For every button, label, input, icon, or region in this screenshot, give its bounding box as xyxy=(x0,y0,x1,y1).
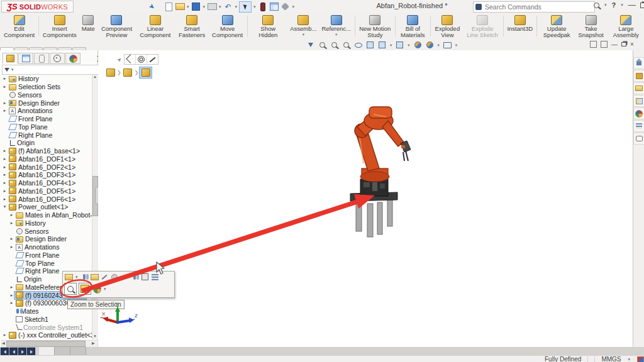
open-part-icon[interactable] xyxy=(65,273,73,281)
appearances-scenes-icon[interactable] xyxy=(633,107,644,119)
tree-item-history-sub[interactable]: History xyxy=(0,219,92,228)
expand-arrow-icon[interactable] xyxy=(2,197,8,202)
tree-item-sensors-sub[interactable]: Sensors xyxy=(0,227,92,235)
expand-arrow-icon[interactable] xyxy=(9,244,14,250)
solidworks-logo[interactable]: ƷS SOLIDWORKS xyxy=(1,1,74,13)
tree-item-abfan16-dof2[interactable]: Abfan16_DOF2<1> xyxy=(0,163,92,171)
expand-arrow-icon[interactable] xyxy=(9,236,14,241)
design-library-icon[interactable] xyxy=(633,82,644,94)
zoom-to-selection-icon[interactable] xyxy=(64,283,77,295)
viewport-restore-icon[interactable] xyxy=(621,42,626,47)
tree-item-design-binder-sub[interactable]: Design Binder xyxy=(0,235,92,243)
expand-arrow-icon[interactable] xyxy=(2,172,8,177)
open-part-caret-icon[interactable]: ▾ xyxy=(75,275,78,280)
tree-item-abfan16-base[interactable]: (f) Abfan16_base<1> xyxy=(0,147,92,155)
tree-filter-bar[interactable]: ▾ xyxy=(2,65,100,75)
tree-item-mates-in-assembly[interactable]: Mates in Abfan_Robot-finished xyxy=(0,211,92,219)
breadcrumb-item-assembly[interactable] xyxy=(104,67,116,78)
zoom-in-out-icon[interactable] xyxy=(342,41,350,49)
breadcrumb-item-selected-component[interactable] xyxy=(139,67,152,79)
search-scope-icon[interactable] xyxy=(475,4,482,10)
file-explorer-icon[interactable] xyxy=(633,95,644,107)
tree-item-power-outlet[interactable]: Power_outlet<1> xyxy=(0,203,92,211)
pane-split-icon[interactable] xyxy=(590,41,597,48)
expand-arrow-icon[interactable] xyxy=(2,148,8,153)
material-wheel-icon[interactable] xyxy=(93,285,101,293)
appearances-icon[interactable] xyxy=(79,283,91,295)
tree-item-abfan16-dof5[interactable]: Abfan16_DOF5<1> xyxy=(0,187,92,195)
edit-appearance-icon[interactable] xyxy=(414,41,422,49)
expand-arrow-icon[interactable] xyxy=(9,300,14,305)
update-speedpak-button[interactable]: Update Speedpak ▾ xyxy=(538,13,575,39)
tree-item-top-plane[interactable]: Top Plane xyxy=(0,123,92,131)
fix-float-icon[interactable]: ↕ xyxy=(121,273,129,281)
tag-icon[interactable] xyxy=(637,356,644,362)
menu-file[interactable] xyxy=(76,6,86,8)
expand-arrow-icon[interactable] xyxy=(2,108,8,113)
undo-icon[interactable]: ↶ xyxy=(223,2,233,12)
linear-component-pattern-button[interactable]: Linear Component Pattern ▾ xyxy=(136,13,174,39)
menu-window[interactable] xyxy=(126,6,136,8)
menu-edit[interactable] xyxy=(86,6,96,8)
hide-show-caret-icon[interactable]: ▾ xyxy=(408,43,409,48)
ribbon-separator[interactable]: ▾ xyxy=(355,16,355,36)
options-gear-icon[interactable] xyxy=(280,2,291,12)
scroll-down-icon[interactable]: ▼ xyxy=(92,334,97,338)
ribbon-caret-icon[interactable]: ▾ xyxy=(303,33,304,36)
tree-item-coordinate-system1[interactable]: Coordinate System1 xyxy=(0,323,92,331)
save-caret-icon[interactable]: ▾ xyxy=(203,4,206,9)
home-icon[interactable] xyxy=(633,57,644,69)
ribbon-separator[interactable]: ▾ xyxy=(395,16,396,36)
expand-arrow-icon[interactable] xyxy=(2,332,8,337)
view-settings-caret-icon[interactable]: ▾ xyxy=(455,43,457,48)
previous-view-icon[interactable] xyxy=(306,41,314,49)
scroll-right-icon[interactable]: ▶ xyxy=(92,341,95,345)
tree-item-history[interactable]: History xyxy=(0,75,92,83)
component-preview-window-button[interactable]: Component Preview Window ▾ xyxy=(97,13,136,39)
solidworks-resources-icon[interactable] xyxy=(633,70,644,82)
pane-expand-icon[interactable] xyxy=(601,41,608,48)
tree-item-origin[interactable]: Origin xyxy=(0,139,92,147)
ribbon-separator[interactable]: ▾ xyxy=(536,16,537,36)
new-motion-study-button[interactable]: New Motion Study ▾ xyxy=(357,13,394,39)
ribbon-separator[interactable]: ▾ xyxy=(503,16,504,36)
expand-arrow-icon[interactable] xyxy=(2,84,8,89)
menu-insert[interactable] xyxy=(106,6,116,8)
breadcrumb-item-subassembly[interactable] xyxy=(122,67,134,78)
expand-arrow-icon[interactable] xyxy=(2,189,8,194)
large-assembly-mode-button[interactable]: Large Assembly Mode ▾ xyxy=(607,13,644,39)
feature-manager-tree-tab[interactable] xyxy=(3,53,18,64)
expand-arrow-icon[interactable] xyxy=(9,212,14,217)
search-commands-box[interactable] xyxy=(473,1,595,13)
circle-tool-icon[interactable] xyxy=(136,55,147,64)
search-caret-icon[interactable]: ▾ xyxy=(604,3,607,8)
temporary-fix-icon[interactable] xyxy=(131,273,139,281)
display-style-caret-icon[interactable]: ▾ xyxy=(390,43,392,48)
edit-component-button[interactable]: Edit Component ▾ xyxy=(1,13,37,39)
line-tool-icon[interactable] xyxy=(147,55,158,64)
tree-item-top-plane-sub[interactable]: Top Plane xyxy=(0,259,92,267)
expand-arrow-icon[interactable] xyxy=(9,221,14,226)
pin-menu-icon[interactable]: ➤ xyxy=(147,2,157,12)
smart-fasteners-button[interactable]: Smart Fasteners ▾ xyxy=(175,13,209,39)
tree-item-annotations[interactable]: Annotations xyxy=(0,107,92,115)
viewport-close-icon[interactable]: × xyxy=(630,41,634,48)
apply-scene-icon[interactable] xyxy=(426,41,434,49)
tree-item-abfan16-dof6[interactable]: Abfan16_DOF6<1> xyxy=(0,195,92,203)
display-manager-tab[interactable] xyxy=(65,53,80,64)
mate-icon[interactable] xyxy=(80,273,89,281)
tree-item-abfan16-dof1[interactable]: Abfan16_DOF1<1> xyxy=(0,155,92,163)
search-icon[interactable] xyxy=(594,3,599,8)
isolate-icon[interactable] xyxy=(141,273,149,281)
display-style-icon[interactable] xyxy=(378,41,386,49)
component-properties-icon[interactable] xyxy=(151,273,159,281)
rebuild-icon[interactable] xyxy=(258,2,268,12)
dimxpert-manager-tab[interactable] xyxy=(50,53,65,64)
options-caret-icon[interactable]: ▾ xyxy=(292,4,295,9)
tree-item-selection-sets[interactable]: Selection Sets xyxy=(0,83,92,91)
ribbon-separator[interactable]: ▾ xyxy=(247,16,248,36)
filter-caret-icon[interactable]: ▾ xyxy=(11,67,14,72)
tree-item-annotations-sub[interactable]: Annotations xyxy=(0,243,92,251)
units-selector[interactable]: MMGS xyxy=(601,356,621,362)
print-caret-icon[interactable]: ▾ xyxy=(219,4,221,9)
